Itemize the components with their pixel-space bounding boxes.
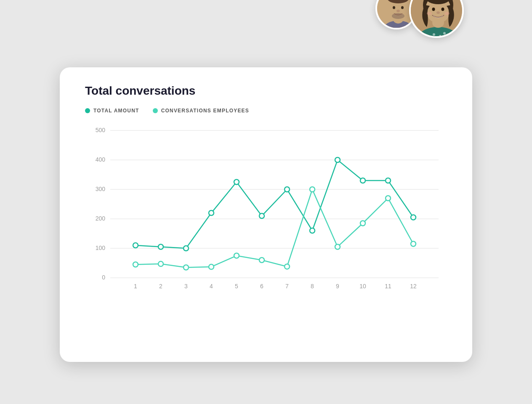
svg-point-20 (432, 8, 435, 11)
line-chart: 0 100 200 300 400 500 1 2 3 4 5 6 7 8 9 … (85, 122, 447, 299)
dot-total-1 (133, 243, 138, 248)
svg-point-16 (435, 37, 437, 38)
svg-point-23 (427, 12, 432, 15)
svg-point-21 (442, 8, 444, 11)
svg-text:500: 500 (96, 127, 106, 133)
svg-point-24 (444, 12, 450, 15)
svg-text:5: 5 (235, 283, 238, 290)
svg-point-13 (433, 33, 435, 36)
avatar-woman (409, 0, 464, 38)
svg-text:4: 4 (210, 283, 213, 290)
dot-emp-3 (184, 265, 189, 270)
dot-total-12 (411, 215, 416, 220)
svg-point-14 (439, 35, 442, 37)
dot-emp-12 (411, 242, 416, 247)
legend-dot-total (85, 108, 90, 113)
svg-text:3: 3 (184, 283, 188, 290)
dot-total-7 (285, 187, 290, 192)
dot-total-9 (335, 157, 340, 162)
dot-emp-9 (335, 245, 340, 250)
dot-emp-8 (310, 187, 315, 192)
svg-text:300: 300 (96, 186, 106, 192)
main-card: Total conversations TOTAL AMOUNT CONVERS… (60, 67, 472, 362)
svg-text:200: 200 (96, 215, 106, 222)
dot-emp-7 (285, 264, 290, 269)
svg-point-8 (401, 6, 404, 9)
svg-point-15 (443, 32, 446, 35)
legend-item-total: TOTAL AMOUNT (85, 108, 139, 114)
dot-total-10 (360, 178, 365, 183)
dot-emp-11 (386, 196, 391, 201)
svg-text:10: 10 (359, 283, 366, 290)
dot-total-8 (310, 228, 315, 233)
svg-text:0: 0 (102, 274, 105, 281)
scene: Total conversations TOTAL AMOUNT CONVERS… (35, 21, 497, 383)
dot-total-4 (209, 210, 214, 215)
dot-emp-6 (259, 258, 264, 263)
svg-point-9 (396, 10, 400, 12)
legend-label-employees: CONVERSATIONS EMPLOYEES (161, 108, 249, 114)
dot-total-11 (386, 178, 391, 183)
svg-text:7: 7 (285, 283, 289, 290)
dot-emp-10 (360, 221, 365, 226)
dot-emp-1 (133, 262, 138, 267)
svg-text:400: 400 (96, 156, 106, 163)
svg-point-7 (393, 6, 395, 9)
chart-area: 0 100 200 300 400 500 1 2 3 4 5 6 7 8 9 … (85, 122, 447, 299)
legend-dot-employees (153, 108, 158, 113)
svg-text:9: 9 (336, 283, 339, 290)
chart-legend: TOTAL AMOUNT CONVERSATIONS EMPLOYEES (85, 108, 447, 114)
svg-point-6 (392, 13, 404, 19)
card-title: Total conversations (85, 84, 447, 98)
svg-text:8: 8 (311, 283, 314, 290)
svg-point-22 (436, 11, 440, 14)
dot-emp-2 (158, 261, 163, 266)
avatars-group (375, 0, 464, 38)
dot-total-6 (259, 213, 264, 218)
dot-emp-5 (234, 253, 239, 258)
svg-text:12: 12 (410, 283, 417, 290)
total-amount-line (136, 160, 413, 248)
svg-text:11: 11 (385, 283, 391, 290)
dot-total-5 (234, 180, 239, 185)
legend-item-employees: CONVERSATIONS EMPLOYEES (153, 108, 249, 114)
dot-total-3 (184, 246, 189, 251)
svg-text:100: 100 (96, 245, 106, 251)
svg-text:6: 6 (260, 283, 263, 290)
dot-emp-4 (209, 264, 214, 269)
dot-total-2 (158, 245, 163, 250)
employees-line (136, 189, 413, 268)
legend-label-total: TOTAL AMOUNT (93, 108, 139, 114)
svg-text:2: 2 (159, 283, 162, 290)
svg-text:1: 1 (134, 283, 137, 290)
